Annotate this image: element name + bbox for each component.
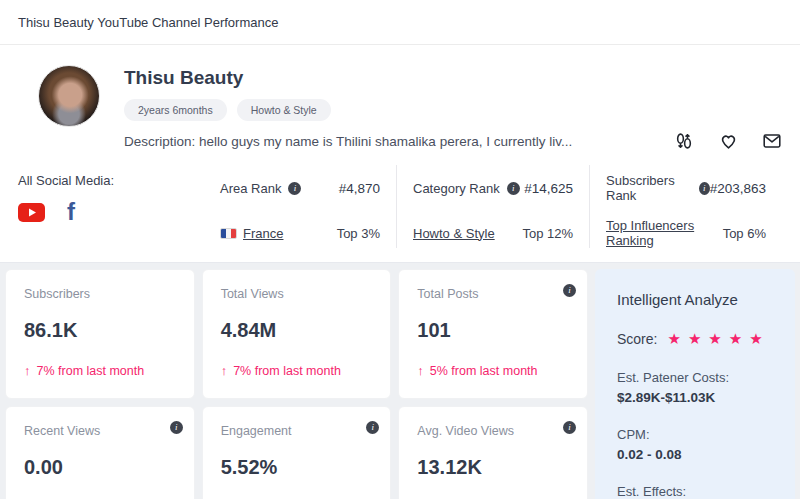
card-label: Total Views xyxy=(221,287,373,301)
avatar xyxy=(38,65,100,127)
message-button[interactable] xyxy=(760,129,784,153)
youtube-icon[interactable] xyxy=(18,203,45,222)
patener-costs-label: Est. Patener Costs: xyxy=(617,370,773,385)
page-header: Thisu Beauty YouTube Channel Performance xyxy=(0,0,800,45)
category-rank-block: Category Rank #14,625 Howto & Style Top … xyxy=(396,165,589,248)
all-social-media: All Social Media: f xyxy=(18,165,204,248)
tag-channel-age: 2years 6months xyxy=(124,99,227,121)
compare-button[interactable] xyxy=(672,129,696,153)
subscribers-rank-value: #203,863 xyxy=(710,181,766,196)
card-trend: ↑ 7% from last month xyxy=(24,363,176,378)
card-label: Avg. Video Views xyxy=(417,424,569,438)
card-value: 4.84M xyxy=(221,319,373,342)
subscribers-rank-block: Subscribers Rank #203,863 Top Influencer… xyxy=(589,165,782,248)
card-label: Subscribers xyxy=(24,287,176,301)
profile-actions xyxy=(672,129,784,153)
page-title: Thisu Beauty YouTube Channel Performance xyxy=(18,15,278,30)
star-rating-icon: ★★★★★ xyxy=(667,330,769,348)
recent-views-card: Recent Views 0.00 Last 30 days xyxy=(5,406,195,499)
area-rank-percent: Top 3% xyxy=(301,226,380,241)
info-icon[interactable] xyxy=(563,416,576,434)
card-value: 13.12K xyxy=(417,456,569,479)
stats-grid: Subscribers 86.1K ↑ 7% from last month T… xyxy=(0,262,800,499)
cpm-label: CPM: xyxy=(617,427,773,442)
trend-up-icon: ↑ xyxy=(417,363,424,378)
card-value: 0.00 xyxy=(24,456,176,479)
effects-label: Est. Effects: xyxy=(617,484,773,499)
subscribers-card: Subscribers 86.1K ↑ 7% from last month xyxy=(5,269,195,399)
info-icon[interactable] xyxy=(288,182,301,195)
cpm-value: 0.02 - 0.08 xyxy=(617,447,773,462)
info-icon[interactable] xyxy=(507,182,520,195)
subscribers-rank-label: Subscribers Rank xyxy=(606,173,710,203)
info-icon[interactable] xyxy=(699,182,710,195)
channel-description: Description: hello guys my name is Thili… xyxy=(124,134,572,149)
favorite-button[interactable] xyxy=(716,129,740,153)
area-rank-label: Area Rank xyxy=(220,181,301,196)
engagement-card: Engagement 5.52% ↓ Lower than average xyxy=(202,406,392,499)
all-social-media-label: All Social Media: xyxy=(18,173,204,188)
channel-name: Thisu Beauty xyxy=(124,67,572,89)
facebook-icon[interactable]: f xyxy=(67,202,75,222)
category-rank-link[interactable]: Howto & Style xyxy=(413,226,520,241)
avg-video-views-card: Avg. Video Views 13.12K ↑ 23.25% from la… xyxy=(398,406,588,499)
card-value: 5.52% xyxy=(221,456,373,479)
area-rank-link[interactable]: France xyxy=(220,226,301,241)
profile-section: Thisu Beauty 2years 6months Howto & Styl… xyxy=(0,45,800,163)
card-label: Recent Views xyxy=(24,424,176,438)
category-rank-percent: Top 12% xyxy=(520,226,573,241)
card-trend: ↑ 5% from last month xyxy=(417,363,569,378)
score-row: Score: ★★★★★ xyxy=(617,330,773,348)
area-rank-block: Area Rank #4,870 France Top 3% xyxy=(204,165,396,248)
france-flag-icon xyxy=(220,228,237,239)
card-trend: ↑ 7% from last month xyxy=(221,363,373,378)
card-label: Total Posts xyxy=(417,287,569,301)
trend-up-icon: ↑ xyxy=(24,363,31,378)
card-value: 86.1K xyxy=(24,319,176,342)
analyze-title: Intelligent Analyze xyxy=(617,291,773,308)
area-rank-value: #4,870 xyxy=(301,181,380,196)
category-rank-label: Category Rank xyxy=(413,181,520,196)
card-value: 101 xyxy=(417,319,569,342)
intelligent-analyze-panel: Intelligent Analyze Score: ★★★★★ Est. Pa… xyxy=(595,269,795,499)
info-icon[interactable] xyxy=(366,416,379,434)
compare-icon xyxy=(673,130,695,152)
tag-list: 2years 6months Howto & Style xyxy=(124,99,572,121)
category-rank-value: #14,625 xyxy=(520,181,573,196)
total-views-card: Total Views 4.84M ↑ 7% from last month xyxy=(202,269,392,399)
patener-costs-value: $2.89K-$11.03K xyxy=(617,390,773,405)
subscribers-rank-link[interactable]: Top Influencers Ranking xyxy=(606,218,710,248)
info-icon[interactable] xyxy=(170,416,183,434)
heart-icon xyxy=(717,130,740,152)
tag-category: Howto & Style xyxy=(237,99,331,121)
info-icon[interactable] xyxy=(563,279,576,297)
total-posts-card: Total Posts 101 ↑ 5% from last month xyxy=(398,269,588,399)
profile-info: Thisu Beauty 2years 6months Howto & Styl… xyxy=(124,65,572,149)
trend-up-icon: ↑ xyxy=(221,363,228,378)
rank-row: All Social Media: f Area Rank #4,870 Fra… xyxy=(0,163,800,262)
envelope-icon xyxy=(761,130,783,152)
score-label: Score: xyxy=(617,331,657,347)
card-label: Engagement xyxy=(221,424,373,438)
subscribers-rank-percent: Top 6% xyxy=(710,226,766,241)
